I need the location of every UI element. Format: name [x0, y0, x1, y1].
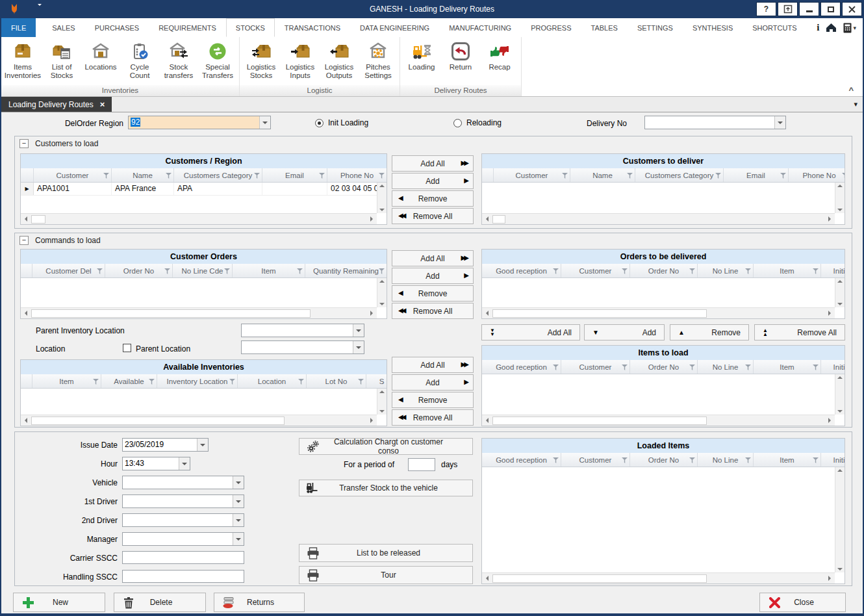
ribbon-item-loading[interactable]: Loading — [402, 38, 441, 71]
filter-icon[interactable] — [745, 268, 751, 274]
tab-list-dropdown-icon[interactable]: ▾ — [854, 100, 858, 109]
transfer-stock-button[interactable]: Transfer Stock to the vehicle — [299, 480, 473, 496]
home-icon[interactable] — [826, 23, 837, 32]
tab-data-engineering[interactable]: DATA ENGINEERING — [350, 18, 439, 37]
filter-icon[interactable] — [229, 379, 235, 385]
column-header-order-no[interactable]: Order No — [630, 360, 698, 374]
column-header-customer[interactable]: Customer — [561, 264, 630, 277]
add-order-button[interactable]: Add▶ — [392, 268, 474, 284]
calculator-icon[interactable]: ▾ — [843, 23, 856, 33]
remove-order-button[interactable]: ◀Remove — [392, 285, 474, 302]
filter-icon[interactable] — [842, 173, 845, 179]
column-header-no-line[interactable]: No Line — [698, 453, 754, 467]
column-header-initial[interactable]: Initi — [821, 360, 845, 374]
first-driver-combo[interactable] — [122, 494, 244, 508]
ribbon-item-logistics-stocks[interactable]: Logistics Stocks — [242, 38, 281, 80]
add-all-inventories-button[interactable]: Add All▶▶ — [392, 357, 474, 373]
close-button[interactable]: Close — [759, 593, 846, 612]
dropdown-button[interactable] — [233, 476, 244, 489]
column-header-name[interactable]: Name — [570, 168, 635, 182]
filter-icon[interactable] — [689, 365, 695, 370]
returns-button[interactable]: Returns — [214, 593, 305, 612]
filter-icon[interactable] — [715, 173, 721, 179]
column-header-customer-del[interactable]: Customer Del — [32, 264, 105, 277]
calculation-chargt-button[interactable]: Calculation Chargt on customer conso — [299, 438, 473, 455]
ribbon-item-items-inventories[interactable]: Items Inventories — [3, 38, 42, 80]
filter-icon[interactable] — [298, 379, 304, 385]
filter-icon[interactable] — [689, 457, 695, 463]
add-all-items-button[interactable]: ▼▼ Add All — [481, 324, 580, 340]
info-icon[interactable]: i — [817, 22, 819, 33]
vertical-scrollbar[interactable] — [377, 278, 387, 307]
new-button[interactable]: New — [13, 593, 105, 612]
horizontal-scrollbar[interactable] — [482, 415, 835, 426]
close-window-button[interactable] — [842, 2, 862, 16]
remove-all-customers-button[interactable]: ◀◀Remove All — [392, 208, 474, 224]
filter-icon[interactable] — [224, 268, 230, 274]
column-header-item[interactable]: Item — [754, 360, 821, 374]
collapse-section-button[interactable]: − — [19, 139, 29, 148]
vehicle-combo[interactable] — [122, 476, 244, 489]
tab-purchases[interactable]: PURCHASES — [85, 18, 149, 37]
pin-up-button[interactable] — [778, 2, 798, 16]
column-header-s[interactable]: S — [366, 374, 387, 388]
dropdown-button[interactable] — [233, 533, 244, 545]
vertical-scrollbar[interactable] — [835, 183, 845, 213]
minimize-button[interactable] — [799, 2, 819, 16]
horizontal-scrollbar[interactable] — [21, 415, 377, 426]
column-header-item[interactable]: Item — [754, 453, 821, 467]
second-driver-combo[interactable] — [122, 513, 244, 527]
column-header-item[interactable]: Item — [32, 374, 101, 388]
filter-icon[interactable] — [319, 173, 325, 179]
dropdown-button[interactable] — [353, 341, 364, 353]
dropdown-button[interactable] — [233, 495, 244, 507]
parent-inventory-location-combo[interactable] — [241, 324, 364, 337]
column-header-order-no[interactable]: Order No — [630, 453, 698, 467]
column-header-initial[interactable]: Initi — [821, 264, 845, 277]
column-header-name[interactable]: Name — [112, 168, 174, 182]
filter-icon[interactable] — [254, 173, 260, 179]
dropdown-button[interactable] — [353, 324, 364, 337]
add-all-orders-button[interactable]: Add All▶▶ — [392, 250, 474, 266]
ribbon-item-locations[interactable]: Locations — [81, 38, 120, 71]
manager-combo[interactable] — [122, 532, 244, 546]
filter-icon[interactable] — [97, 268, 103, 274]
handling-sscc-input[interactable] — [122, 570, 244, 583]
filter-icon[interactable] — [149, 379, 155, 385]
maximize-button[interactable] — [820, 2, 841, 16]
filter-icon[interactable] — [358, 379, 364, 385]
column-header-customers-category[interactable]: Customers Category — [635, 168, 724, 182]
ribbon-item-return[interactable]: Return — [441, 38, 480, 71]
filter-icon[interactable] — [553, 365, 559, 370]
filter-icon[interactable] — [379, 268, 385, 274]
tab-synthesis[interactable]: SYNTHESIS — [683, 18, 743, 37]
column-header-no-line[interactable]: No Line — [698, 360, 754, 374]
list-to-be-released-button[interactable]: List to be released — [299, 544, 473, 562]
collapse-section-button[interactable]: − — [19, 236, 29, 245]
vertical-scrollbar[interactable] — [835, 467, 845, 572]
horizontal-scrollbar[interactable] — [21, 213, 377, 224]
column-header-location[interactable]: Location — [238, 374, 307, 388]
remove-customer-button[interactable]: ◀Remove — [392, 190, 474, 207]
tour-button[interactable]: Tour — [299, 566, 473, 584]
column-header-customers-category[interactable]: Customers Category — [174, 168, 262, 182]
ribbon-item-cycle-count[interactable]: Cycle Count — [120, 38, 159, 80]
filter-icon[interactable] — [622, 268, 628, 274]
tab-stocks[interactable]: STOCKS — [226, 18, 275, 37]
tab-shortcuts[interactable]: SHORTCUTS — [743, 18, 806, 37]
horizontal-scrollbar[interactable] — [482, 572, 835, 584]
vertical-scrollbar[interactable] — [377, 389, 387, 415]
column-header-item[interactable]: Item — [754, 264, 821, 277]
tab-settings[interactable]: SETTINGS — [628, 18, 683, 37]
filter-icon[interactable] — [379, 173, 385, 179]
column-header-email[interactable]: Email — [262, 168, 327, 182]
remove-item-button[interactable]: ▲ Remove — [670, 324, 749, 340]
filter-icon[interactable] — [745, 457, 751, 463]
column-header-order-no[interactable]: Order No — [105, 264, 173, 277]
remove-inventory-button[interactable]: ◀Remove — [392, 392, 474, 408]
ribbon-item-list-of-stocks[interactable]: List of Stocks — [42, 38, 81, 80]
filter-icon[interactable] — [780, 173, 786, 179]
horizontal-scrollbar[interactable] — [482, 307, 835, 318]
init-loading-radio[interactable]: Init Loading — [315, 118, 368, 127]
delivery-no-combo[interactable] — [644, 116, 786, 129]
